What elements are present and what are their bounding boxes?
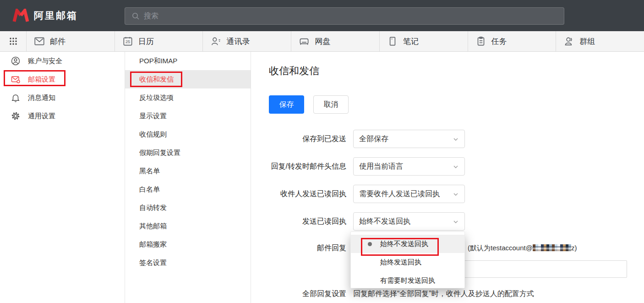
navbar: 邮件 25 日历 通讯录 网盘 笔记 任务 <box>0 31 644 52</box>
calendar-day-badge: 25 <box>126 39 130 44</box>
apps-grid-icon <box>9 37 18 46</box>
apps-grid-button[interactable] <box>0 31 26 51</box>
nav-tab-label: 日历 <box>138 36 154 47</box>
nav-tab-groups[interactable]: 群组 <box>556 31 644 51</box>
subsidebar-item-label: 反垃圾选项 <box>139 94 174 102</box>
dropdown-option-always-send[interactable]: 始终发送回执 <box>351 253 464 271</box>
tasks-icon <box>475 35 487 47</box>
select-value: 需要收件人发送已读回执 <box>359 189 440 199</box>
nav-tab-label: 通讯录 <box>226 36 250 47</box>
form-row-reply-all: 全部回复设置 回复邮件选择“全部回复”时，收件人及抄送人的配置方式 <box>251 289 346 298</box>
subsidebar-item-label: 收信规则 <box>139 130 167 139</box>
subsidebar-item-auto-forward[interactable]: 自动转发 <box>125 198 251 217</box>
censored-domain-mosaic <box>533 244 571 251</box>
hint-prefix: (默认为testaccount@ <box>468 244 533 252</box>
send-receipt-select[interactable]: 始终不发送回执 <box>353 212 465 231</box>
field-label: 收件人发送已读回执 <box>251 185 346 203</box>
form-row-header-language: 回复/转发时邮件头信息 使用当前语言 <box>251 157 526 176</box>
subsidebar-item-label: 显示设置 <box>139 112 167 121</box>
notes-icon <box>387 35 398 47</box>
send-receipt-dropdown: 始终不发送回执 始终发送回执 有需要时发送回执 <box>350 231 465 288</box>
sidebar-item-notifications[interactable]: 消息通知 <box>0 88 125 107</box>
app-logo: 阿里邮箱 <box>12 9 78 23</box>
save-button[interactable]: 保存 <box>269 95 304 114</box>
subsidebar-item-label: 黑名单 <box>139 167 160 176</box>
reply-default-hint: (默认为testaccount@z) <box>468 239 577 257</box>
chevron-down-icon <box>453 219 459 227</box>
calendar-icon: 25 <box>122 35 134 47</box>
subsidebar-item-rules[interactable]: 收信规则 <box>125 125 251 143</box>
hint-suffix: z) <box>571 244 577 252</box>
nav-tab-drive[interactable]: 网盘 <box>291 31 379 51</box>
subsidebar-item-mailbox-move[interactable]: 邮箱搬家 <box>125 235 251 253</box>
selected-dot-icon <box>368 242 372 246</box>
nav-tab-mail[interactable]: 邮件 <box>26 31 115 51</box>
mail-icon <box>33 35 45 47</box>
subsidebar-item-send-receive[interactable]: 收信和发信 <box>125 70 251 88</box>
logo-text: 阿里邮箱 <box>34 9 78 22</box>
subsidebar-item-blacklist[interactable]: 黑名单 <box>125 162 251 180</box>
search-placeholder: 搜索 <box>144 11 158 21</box>
dropdown-option-label: 始终不发送回执 <box>380 240 428 248</box>
sidebar-item-label: 通用设置 <box>28 112 55 121</box>
subsidebar-item-label: 邮箱搬家 <box>139 240 167 249</box>
dropdown-option-never-send[interactable]: 始终不发送回执 <box>351 235 464 253</box>
select-value: 使用当前语言 <box>359 162 403 171</box>
mail-gear-icon <box>11 74 21 84</box>
request-receipt-select[interactable]: 需要收件人发送已读回执 <box>353 185 465 203</box>
subsidebar-item-vacation-reply[interactable]: 假期回复设置 <box>125 143 251 162</box>
form-row-send-receipt: 发送已读回执 始终不发送回执 <box>251 212 526 231</box>
subsidebar-item-display[interactable]: 显示设置 <box>125 107 251 125</box>
header-language-select[interactable]: 使用当前语言 <box>353 157 465 176</box>
sidebar-item-mail-settings[interactable]: 邮箱设置 <box>0 70 125 88</box>
dropdown-option-label: 始终发送回执 <box>380 258 421 266</box>
nav-tab-contacts[interactable]: 通讯录 <box>202 31 291 51</box>
subsidebar-item-label: 白名单 <box>139 185 160 194</box>
subsidebar-item-other-mailbox[interactable]: 其他邮箱 <box>125 217 251 235</box>
nav-tab-tasks[interactable]: 任务 <box>468 31 556 51</box>
subsidebar-item-label: 收信和发信 <box>139 75 174 84</box>
main-content: 收信和发信 保存 取消 保存到已发送 全部保存 回复/转发时邮件头信息 使用当前… <box>251 52 644 303</box>
gear-icon <box>11 111 21 121</box>
sidebar-item-account-security[interactable]: 账户与安全 <box>0 52 125 70</box>
search-input[interactable]: 搜索 <box>125 7 564 25</box>
select-value: 全部保存 <box>359 134 388 144</box>
sidebar-item-label: 邮箱设置 <box>28 75 55 84</box>
nav-tab-label: 网盘 <box>315 36 330 47</box>
subsidebar-item-label: 其他邮箱 <box>139 222 167 231</box>
subsidebar-item-label: 签名设置 <box>139 259 167 267</box>
subsidebar-item-signature[interactable]: 签名设置 <box>125 253 251 272</box>
select-value: 始终不发送回执 <box>359 217 410 226</box>
nav-tab-calendar[interactable]: 25 日历 <box>115 31 203 51</box>
settings-sidebar: 账户与安全 邮箱设置 消息通知 <box>0 52 125 303</box>
sidebar-item-label: 账户与安全 <box>28 57 62 66</box>
save-to-sent-select[interactable]: 全部保存 <box>353 130 465 148</box>
form-row-request-receipt: 收件人发送已读回执 需要收件人发送已读回执 <box>251 185 526 203</box>
logo-m-icon <box>12 9 29 23</box>
dropdown-option-label: 有需要时发送回执 <box>380 276 435 284</box>
dropdown-option-send-when-needed[interactable]: 有需要时发送回执 <box>351 271 464 290</box>
sidebar-item-general-settings[interactable]: 通用设置 <box>0 107 125 125</box>
chevron-down-icon <box>453 136 459 144</box>
nav-tab-notes[interactable]: 笔记 <box>379 31 468 51</box>
nav-tab-label: 笔记 <box>403 36 419 47</box>
search-icon <box>131 12 140 20</box>
subsidebar-item-label: 假期回复设置 <box>139 149 180 157</box>
contacts-icon <box>210 35 222 47</box>
settings-subsidebar: POP和IMAP 收信和发信 反垃圾选项 显示设置 收信规则 假期回复设置 黑名… <box>125 52 251 303</box>
cancel-button[interactable]: 取消 <box>313 95 349 114</box>
reply-all-description: 回复邮件选择“全部回复”时，收件人及抄送人的配置方式 <box>353 289 534 298</box>
nav-tab-label: 群组 <box>579 36 595 47</box>
nav-tab-label: 邮件 <box>50 36 65 47</box>
field-label: 发送已读回执 <box>251 212 346 231</box>
subsidebar-item-antispam[interactable]: 反垃圾选项 <box>125 88 251 107</box>
field-label: 保存到已发送 <box>251 130 346 148</box>
topbar: 阿里邮箱 搜索 <box>0 0 644 31</box>
field-label: 全部回复设置 <box>251 289 346 298</box>
drive-icon <box>298 35 310 47</box>
form-row-save-to-sent: 保存到已发送 全部保存 <box>251 130 526 148</box>
subsidebar-item-pop-imap[interactable]: POP和IMAP <box>125 52 251 70</box>
field-label: 邮件回复 <box>251 239 346 257</box>
chevron-down-icon <box>453 191 459 199</box>
subsidebar-item-whitelist[interactable]: 白名单 <box>125 180 251 198</box>
